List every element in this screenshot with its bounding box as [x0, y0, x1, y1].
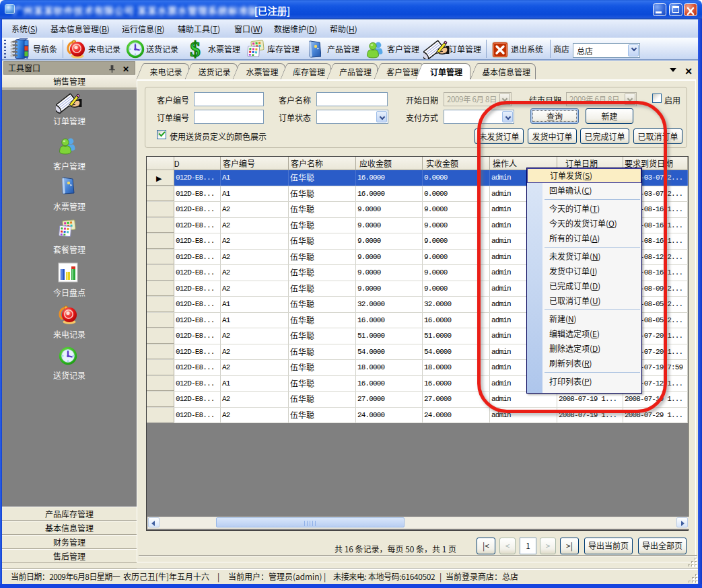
svg-text:$: $ — [190, 39, 201, 60]
